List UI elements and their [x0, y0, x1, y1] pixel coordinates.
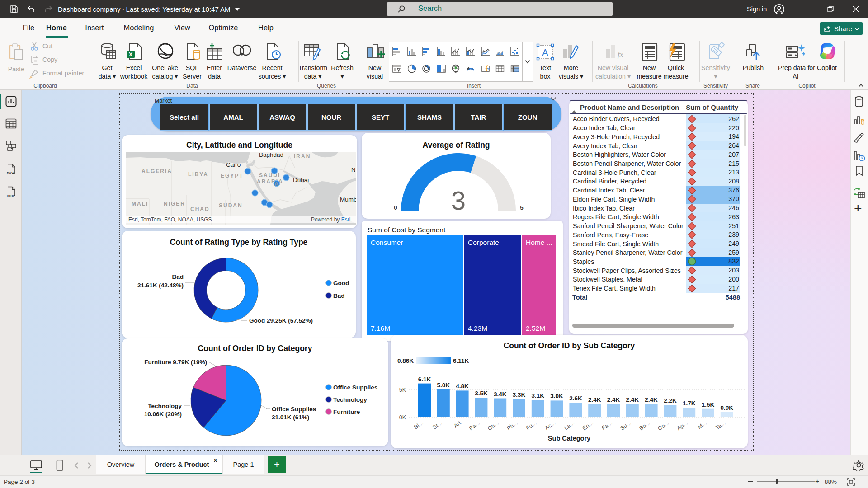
svg-text:St...: St...: [431, 420, 443, 431]
svg-text:2.6K: 2.6K: [569, 395, 582, 402]
svg-text:En...: En...: [581, 420, 594, 432]
svg-text:N: N: [351, 166, 355, 173]
svg-text:0: 0: [394, 204, 397, 211]
svg-text:Bo...: Bo...: [638, 420, 651, 432]
svg-text:4.8K: 4.8K: [456, 383, 469, 389]
svg-text:10.06K (20%): 10.06K (20%): [144, 411, 182, 418]
svg-text:Technology: Technology: [333, 396, 367, 403]
svg-text:Office Supplies: Office Supplies: [272, 406, 316, 413]
svg-text:5: 5: [520, 204, 524, 211]
svg-text:NIGER: NIGER: [164, 201, 185, 207]
svg-text:3.4K: 3.4K: [494, 391, 507, 398]
svg-text:Cairo: Cairo: [226, 161, 241, 168]
svg-text:1.5K: 1.5K: [702, 401, 715, 408]
svg-text:CHAD: CHAD: [190, 206, 210, 212]
svg-text:3.0K: 3.0K: [550, 393, 563, 399]
svg-text:SAUDI: SAUDI: [259, 172, 280, 178]
svg-text:2.2K: 2.2K: [664, 397, 677, 404]
svg-text:Baghdad: Baghdad: [259, 152, 283, 158]
svg-text:Su...: Su...: [619, 420, 632, 432]
svg-text:Ac...: Ac...: [544, 420, 557, 432]
svg-text:fx: fx: [618, 50, 623, 59]
svg-text:Ta...: Ta...: [714, 420, 726, 431]
svg-text:SUDAN: SUDAN: [219, 202, 243, 209]
svg-text:Furniture: Furniture: [333, 408, 360, 415]
svg-text:Bi...: Bi...: [413, 420, 425, 431]
svg-text:Technology: Technology: [148, 403, 182, 409]
svg-text:5K: 5K: [399, 387, 406, 393]
svg-text:La...: La...: [563, 420, 576, 431]
svg-text:Good 29.25K (57.52%): Good 29.25K (57.52%): [249, 317, 313, 324]
svg-text:Fa...: Fa...: [600, 420, 613, 432]
svg-text:Ap...: Ap...: [676, 420, 689, 432]
svg-text:Mumb: Mumb: [340, 196, 356, 203]
svg-text:Art: Art: [453, 420, 462, 429]
svg-text:Fu...: Fu...: [525, 420, 538, 432]
svg-text:Office Supplies: Office Supplies: [333, 384, 377, 391]
svg-text:2.4K: 2.4K: [645, 396, 658, 403]
svg-text:Good: Good: [333, 280, 349, 286]
svg-text:Dubai: Dubai: [293, 177, 309, 183]
svg-text:Sub Category: Sub Category: [548, 435, 590, 442]
svg-text:Ch...: Ch...: [486, 420, 500, 432]
svg-text:Bad: Bad: [172, 273, 184, 280]
svg-text:Co...: Co...: [656, 420, 670, 432]
svg-text:2.4K: 2.4K: [588, 396, 601, 403]
svg-text:IRAN: IRAN: [294, 153, 311, 160]
svg-text:M...: M...: [697, 420, 708, 430]
svg-text:0.9K: 0.9K: [721, 404, 734, 411]
svg-text:Powered by Esri: Powered by Esri: [311, 216, 350, 223]
svg-text:DAX: DAX: [7, 172, 14, 175]
svg-text:3: 3: [451, 186, 466, 215]
svg-text:3.3K: 3.3K: [513, 391, 526, 398]
svg-text:5.0K: 5.0K: [437, 382, 450, 389]
svg-text:Bad: Bad: [333, 292, 345, 299]
svg-text:21.61K (42.48%): 21.61K (42.48%): [137, 282, 184, 289]
svg-text:1.7K: 1.7K: [683, 400, 696, 407]
svg-text:Ph...: Ph...: [506, 420, 519, 432]
svg-text:2.4K: 2.4K: [626, 396, 639, 403]
svg-text:TMDL: TMDL: [6, 194, 14, 197]
svg-text:0K: 0K: [399, 414, 406, 421]
svg-text:Esri, TomTom, FAO, NOAA, USGS: Esri, TomTom, FAO, NOAA, USGS: [128, 216, 212, 223]
svg-text:123: 123: [485, 67, 490, 71]
svg-text:ALGERIA: ALGERIA: [142, 168, 172, 174]
svg-text:X: X: [129, 51, 133, 58]
svg-text:2.4K: 2.4K: [607, 396, 620, 403]
svg-text:MALI: MALI: [132, 201, 148, 207]
svg-text:Pa...: Pa...: [468, 420, 481, 432]
svg-text:LIBYA: LIBYA: [188, 171, 208, 178]
svg-text:A: A: [542, 47, 548, 57]
svg-text:3.5K: 3.5K: [475, 390, 488, 397]
svg-text:Furniture 9.79K (19%): Furniture 9.79K (19%): [144, 359, 207, 366]
svg-text:6.1K: 6.1K: [418, 376, 431, 383]
svg-text:31.01K (61%): 31.01K (61%): [272, 414, 309, 421]
svg-text:EGYPT: EGYPT: [221, 173, 244, 179]
svg-text:3.1K: 3.1K: [532, 392, 545, 399]
svg-text:A: A: [274, 181, 278, 187]
